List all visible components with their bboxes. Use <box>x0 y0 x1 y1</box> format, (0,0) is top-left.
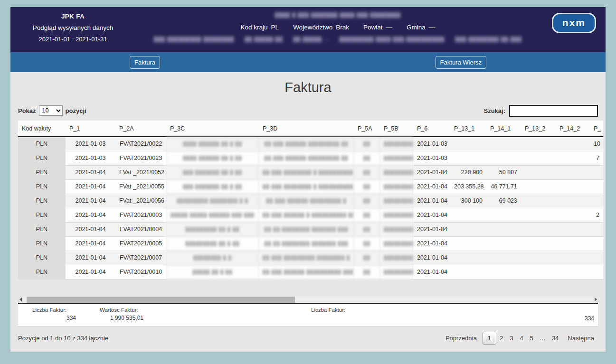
app-window: JPK FA Podgląd wysyłanych danych 2021-01… <box>10 7 606 352</box>
right-triangle-icon <box>595 298 597 301</box>
cell-redacted: ██ <box>354 137 380 151</box>
cell: FVAT2021/0004 <box>115 222 166 236</box>
cell-redacted: █████████ ██ █ ██ <box>166 236 259 251</box>
table-row: PLN2021-01-04FVat _2021/0052███ ███████ … <box>18 165 603 179</box>
cell-redacted: █████ ██ █ ██ <box>166 265 259 279</box>
scroll-right-arrow[interactable] <box>593 297 598 303</box>
cell-redacted: ██ <box>354 179 380 194</box>
cell: PLN <box>18 208 66 222</box>
address-segment-redacted: ███ █████████ ████████ <box>154 37 234 42</box>
app-title: JPK FA <box>22 13 124 20</box>
cell-redacted: ██ <box>354 222 380 236</box>
page-button-3[interactable]: 3 <box>506 332 516 344</box>
search-input[interactable] <box>509 105 598 117</box>
table-row: PLN2021-01-03FVAT2021/0022████ ██████ ██… <box>18 137 603 151</box>
top-header: JPK FA Podgląd wysyłanych danych 2021-01… <box>10 7 606 52</box>
page-button-34[interactable]: 34 <box>549 332 562 344</box>
cell: 2021-01-04 <box>66 194 115 208</box>
cell <box>556 251 590 265</box>
scrollbar-thumb[interactable] <box>27 297 295 303</box>
column-header-p-1[interactable]: P_1 <box>66 121 115 137</box>
cell <box>590 179 603 194</box>
main-content: Faktura Pokaż 10 pozycji Szukaj: Kod wal… <box>10 80 606 344</box>
cell <box>590 265 603 279</box>
faktura-wiersz-button[interactable]: Faktura Wiersz <box>436 56 486 69</box>
summary-label: Liczba Faktur: <box>32 307 76 313</box>
cell-redacted: █████████ ██ █ ██ <box>166 222 259 236</box>
cell: 2021-01-04 <box>413 179 450 194</box>
summary-liczba-faktur: Liczba Faktur: 334 <box>32 307 76 321</box>
cell-redacted: █████████ <box>380 208 413 222</box>
cell: 2021-01-04 <box>413 165 450 179</box>
search-label: Szukaj: <box>483 107 505 114</box>
column-header-p-3c[interactable]: P_3C <box>166 121 259 137</box>
column-header-p-2a[interactable]: P_2A <box>115 121 166 137</box>
wojewodztwo-group: Województwo Brak <box>293 24 349 31</box>
column-header-p-5a[interactable]: P_5A <box>354 121 380 137</box>
next-page-button[interactable]: Następna <box>564 332 598 344</box>
cell <box>590 165 603 179</box>
page-button-1[interactable]: 1 <box>483 332 496 345</box>
cell-redacted: ████ ██████ ██ █ ██ <box>166 137 259 151</box>
scroll-left-arrow[interactable] <box>18 297 23 303</box>
faktura-button[interactable]: Faktura <box>130 56 160 69</box>
cell-redacted: ██-███ █████████ ████████ █ <box>259 251 354 265</box>
cell: 2021-01-03 <box>66 151 115 165</box>
page-button-4[interactable]: 4 <box>516 332 526 344</box>
cell-redacted: ██-██ ████████ ███████ ███ <box>259 236 354 251</box>
page-title: Faktura <box>18 80 598 95</box>
wojewodztwo-label: Województwo <box>293 24 332 31</box>
cell-redacted: ████ ██████ ██ █ ██ <box>166 151 259 165</box>
cell <box>521 179 556 194</box>
column-header-p-14-1[interactable]: P_14_1 <box>486 121 521 137</box>
cell-redacted: ████████ █ █ <box>166 251 259 265</box>
table-row: PLN2021-01-04FVAT2021/0003█████ █████ ██… <box>18 208 603 222</box>
summary-value: 1 990 535,01 <box>100 315 143 321</box>
cell: 2 <box>590 208 603 222</box>
previous-page-button[interactable]: Poprzednia <box>442 332 481 344</box>
cell-redacted: ██-██ ████████ ███████ ███ <box>259 222 354 236</box>
cell <box>450 208 486 222</box>
page-button-2[interactable]: 2 <box>496 332 506 344</box>
powiat-value: — <box>386 24 392 31</box>
cell <box>521 265 556 279</box>
cell <box>590 236 603 251</box>
cell-redacted: █████ █████ ██████ ███ ███ <box>166 208 259 222</box>
cell: FVat _2021/0056 <box>115 194 166 208</box>
column-header-p-5b[interactable]: P_5B <box>380 121 413 137</box>
table-header-row: Kod walutyP_1P_2AP_3CP_3DP_5AP_5BP_6P_13… <box>18 121 603 137</box>
column-header-kod-waluty[interactable]: Kod waluty <box>18 121 66 137</box>
column-header-p-13-2[interactable]: P_13_2 <box>521 121 556 137</box>
summary-band: Liczba Faktur: 334 Wartosc Faktur: 1 990… <box>18 303 598 327</box>
cell: FVAT2021/0022 <box>115 137 166 151</box>
cell-redacted: █████████ <box>380 236 413 251</box>
cell <box>486 265 521 279</box>
cell: PLN <box>18 236 66 251</box>
column-header-p-14-2[interactable]: P_14_2 <box>556 121 590 137</box>
cell: 2021-01-04 <box>413 265 450 279</box>
cell-redacted: ██-███ ██████ ██████████ ████████ ██ <box>259 265 354 279</box>
column-header-p-6[interactable]: P_6 <box>413 121 450 137</box>
cell-redacted: █████████ <box>380 137 413 151</box>
cell: 46 771,71 <box>486 179 521 194</box>
column-header-p-[interactable]: P_ <box>590 121 603 137</box>
cell: FVAT2021/0023 <box>115 151 166 165</box>
cell <box>556 137 590 151</box>
section-nav: Faktura Faktura Wiersz <box>10 52 606 72</box>
cell: 2021-01-03 <box>413 151 450 165</box>
cell <box>556 265 590 279</box>
cell-redacted: ███ ███████ ██ █ ██ <box>166 165 259 179</box>
page-button-5[interactable]: 5 <box>527 332 537 344</box>
column-header-p-3d[interactable]: P_3D <box>259 121 354 137</box>
cell <box>486 208 521 222</box>
column-header-p-13-1[interactable]: P_13_1 <box>450 121 486 137</box>
summary-value: 334 <box>32 315 76 321</box>
scrollbar-track[interactable] <box>23 297 593 303</box>
page-length-select[interactable]: 10 <box>39 105 63 116</box>
table-row: PLN2021-01-04FVat _2021/0055███ ███████ … <box>18 179 603 194</box>
cell <box>590 251 603 265</box>
kod-kraju-value: PL <box>271 24 279 31</box>
cell <box>486 151 521 165</box>
table-controls: Pokaż 10 pozycji Szukaj: <box>18 104 598 117</box>
cell: 2021-01-04 <box>66 236 115 251</box>
